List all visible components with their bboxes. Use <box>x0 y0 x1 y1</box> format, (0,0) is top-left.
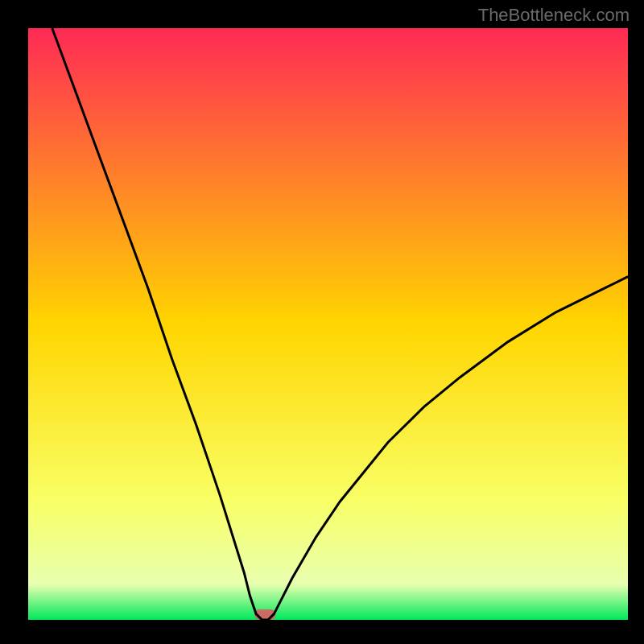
bottom-border <box>0 620 644 644</box>
watermark-text: TheBottleneck.com <box>478 5 630 26</box>
left-border <box>0 0 28 644</box>
bottleneck-chart: TheBottleneck.com <box>0 0 644 644</box>
chart-svg <box>0 0 644 644</box>
